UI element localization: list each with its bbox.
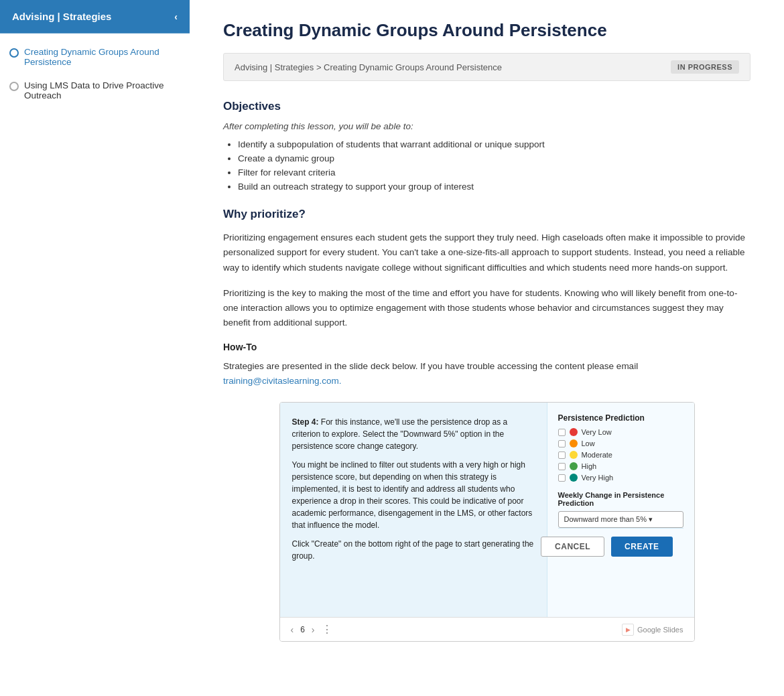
slide-paragraph-3: Click "Create" on the bottom right of th… xyxy=(292,538,535,562)
objective-item-3: Filter for relevant criteria xyxy=(238,167,750,178)
slide-step-rest: For this instance, we'll use the persist… xyxy=(292,417,508,451)
howto-heading: How-To xyxy=(223,342,750,352)
slide-footer: ‹ 6 › ⋮ ▶ Google Slides xyxy=(280,617,694,641)
slide-left: Step 4: For this instance, we'll use the… xyxy=(280,403,547,617)
persistence-dot-very-low xyxy=(570,428,578,436)
weekly-change-title: Weekly Change in Persistence Prediction xyxy=(558,491,683,507)
sidebar-item-1-label: Creating Dynamic Groups Around Persisten… xyxy=(24,47,180,67)
slide-paragraph-2: You might be inclined to filter out stud… xyxy=(292,459,535,531)
sidebar-item-2-label: Using LMS Data to Drive Proactive Outrea… xyxy=(24,80,180,100)
objective-item-4: Build an outreach strategy to support yo… xyxy=(238,182,750,192)
slide-menu-icon[interactable]: ⋮ xyxy=(322,623,332,636)
slide-actions: CANCEL CREATE xyxy=(558,528,683,565)
persistence-check-high[interactable] xyxy=(558,463,566,470)
persistence-label-very-high: Very High xyxy=(582,474,614,482)
persistence-check-very-low[interactable] xyxy=(558,429,566,436)
slide-right: Persistence Prediction Very Low Low Mode… xyxy=(547,403,694,617)
sidebar-item-1-icon xyxy=(9,48,19,58)
sidebar-item-1[interactable]: Creating Dynamic Groups Around Persisten… xyxy=(0,40,190,74)
sidebar-nav: Creating Dynamic Groups Around Persisten… xyxy=(0,33,190,696)
persistence-dot-very-high xyxy=(570,474,578,482)
persistence-dot-moderate xyxy=(570,451,578,459)
persistence-check-moderate[interactable] xyxy=(558,451,566,459)
page-title: Creating Dynamic Groups Around Persisten… xyxy=(223,20,750,41)
sidebar: Advising | Strategies ‹ Creating Dynamic… xyxy=(0,0,190,696)
sidebar-title: Advising | Strategies xyxy=(12,11,111,22)
slide-content: Step 4: For this instance, we'll use the… xyxy=(280,403,694,617)
why-paragraph-2: Prioritizing is the key to making the mo… xyxy=(223,286,750,331)
slide-container: Step 4: For this instance, we'll use the… xyxy=(279,402,695,642)
slide-page-number: 6 xyxy=(300,625,305,634)
persistence-label-moderate: Moderate xyxy=(582,451,612,459)
sidebar-item-2[interactable]: Using LMS Data to Drive Proactive Outrea… xyxy=(0,74,190,107)
main-content: Creating Dynamic Groups Around Persisten… xyxy=(190,0,784,696)
objectives-intro: After completing this lesson, you will b… xyxy=(223,121,750,131)
google-slides-text: Google Slides xyxy=(637,626,683,634)
sidebar-header: Advising | Strategies ‹ xyxy=(0,0,190,33)
sidebar-collapse-icon[interactable]: ‹ xyxy=(174,11,178,22)
objectives-list: Identify a subpopulation of students tha… xyxy=(238,139,750,192)
persistence-item-moderate: Moderate xyxy=(558,451,683,459)
persistence-check-low[interactable] xyxy=(558,440,566,447)
slide-nav: ‹ 6 › ⋮ xyxy=(291,623,332,636)
create-button[interactable]: CREATE xyxy=(611,537,672,557)
objective-item-1: Identify a subpopulation of students tha… xyxy=(238,139,750,149)
persistence-dot-low xyxy=(570,439,578,447)
cancel-button[interactable]: CANCEL xyxy=(541,537,604,557)
why-heading: Why prioritize? xyxy=(223,208,750,221)
persistence-check-very-high[interactable] xyxy=(558,474,566,482)
google-slides-label: ▶ Google Slides xyxy=(622,624,683,636)
why-paragraph-1: Prioritizing engagement ensures each stu… xyxy=(223,230,750,275)
persistence-item-high: High xyxy=(558,462,683,470)
weekly-change-dropdown[interactable]: Downward more than 5% ▾ xyxy=(558,511,683,528)
persistence-item-very-high: Very High xyxy=(558,474,683,482)
weekly-change-dropdown-value: Downward more than 5% ▾ xyxy=(564,515,653,524)
objective-item-2: Create a dynamic group xyxy=(238,153,750,163)
breadcrumb: Advising | Strategies > Creating Dynamic… xyxy=(235,62,502,72)
persistence-label-low: Low xyxy=(582,439,595,447)
persistence-label-high: High xyxy=(582,462,597,470)
weekly-change-section: Weekly Change in Persistence Prediction … xyxy=(558,491,683,528)
persistence-item-very-low: Very Low xyxy=(558,428,683,436)
objectives-heading: Objectives xyxy=(223,100,750,113)
slide-prev-button[interactable]: ‹ xyxy=(291,624,294,635)
slide-next-button[interactable]: › xyxy=(312,624,315,635)
breadcrumb-bar: Advising | Strategies > Creating Dynamic… xyxy=(223,53,750,81)
persistence-dot-high xyxy=(570,462,578,470)
slide-step-bold: Step 4: xyxy=(292,417,319,427)
sidebar-item-2-icon xyxy=(9,82,19,91)
howto-text-before: Strategies are presented in the slide de… xyxy=(223,361,638,371)
persistence-title: Persistence Prediction xyxy=(558,413,683,423)
status-badge: IN PROGRESS xyxy=(671,60,739,74)
persistence-item-low: Low xyxy=(558,439,683,447)
google-slides-icon: ▶ xyxy=(622,624,634,636)
persistence-label-very-low: Very Low xyxy=(582,428,612,436)
howto-link[interactable]: training@civitaslearning.com. xyxy=(223,376,342,386)
slide-step-text: Step 4: For this instance, we'll use the… xyxy=(292,416,535,452)
howto-text: Strategies are presented in the slide de… xyxy=(223,359,750,389)
